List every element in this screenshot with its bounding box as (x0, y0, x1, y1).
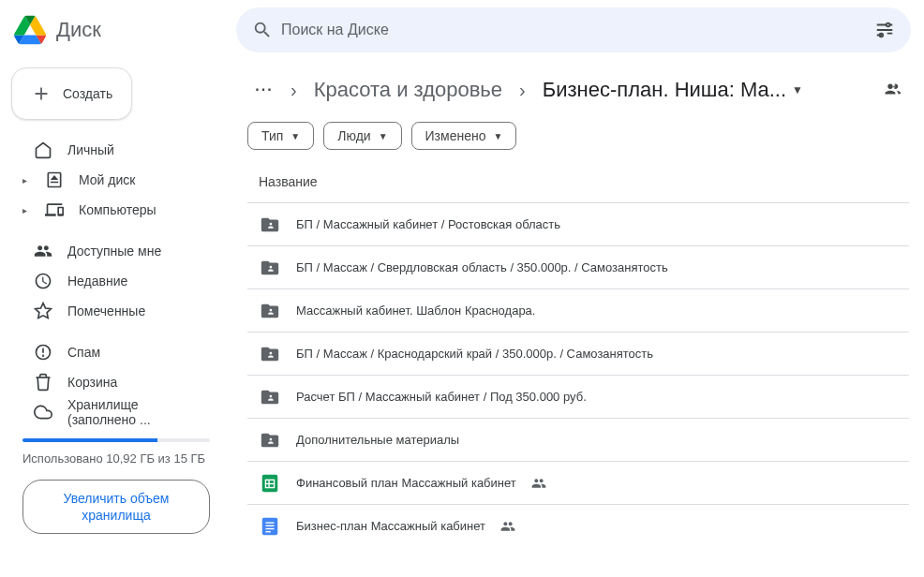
nav-storage[interactable]: Хранилище (заполнено ... (11, 397, 221, 427)
search-icon[interactable] (244, 11, 281, 49)
spam-icon (34, 343, 52, 362)
svg-point-1 (887, 23, 890, 27)
breadcrumb: ··· › Красота и здоровье › Бизнес-план. … (247, 67, 909, 112)
breadcrumb-overflow-button[interactable]: ··· (247, 73, 281, 107)
nav-label: Хранилище (заполнено ... (67, 397, 210, 427)
nav-label: Недавние (67, 274, 127, 288)
sidebar: Создать Личный ▸ Мой диск ▸ Компьютеры Д… (0, 60, 232, 577)
upgrade-storage-button[interactable]: Увеличить объем хранилища (22, 480, 210, 534)
drive-logo-icon (11, 11, 49, 49)
breadcrumb-current-label: Бизнес-план. Ниша: Ма... (543, 78, 786, 102)
search-input[interactable] (281, 22, 866, 38)
nav-personal[interactable]: Личный (11, 135, 221, 165)
filter-label: Изменено (425, 128, 486, 143)
svg-rect-13 (265, 527, 274, 528)
shared-badge-icon (500, 519, 515, 534)
nav-computers[interactable]: ▸ Компьютеры (11, 195, 221, 225)
filter-label: Люди (337, 128, 370, 143)
file-row[interactable]: Расчет БП / Массажный кабинет / Под 350.… (247, 375, 909, 418)
file-row[interactable]: БП / Массажный кабинет / Ростовская обла… (247, 202, 909, 245)
file-name: Бизнес-план Массажный кабинет (296, 519, 485, 533)
nav-label: Компьютеры (79, 202, 156, 217)
expand-arrow-icon[interactable]: ▸ (19, 205, 30, 215)
file-row[interactable]: Массажный кабинет. Шаблон Краснодара. (247, 288, 909, 332)
filter-people[interactable]: Люди ▼ (323, 122, 401, 150)
file-name: Расчет БП / Массажный кабинет / Под 350.… (296, 390, 587, 404)
filter-label: Тип (261, 128, 283, 143)
devices-icon (45, 200, 64, 219)
nav-label: Личный (67, 142, 114, 157)
nav-label: Корзина (67, 375, 117, 390)
folder-shared-icon (259, 300, 281, 322)
file-row[interactable]: Бизнес-план Массажный кабинет (247, 504, 909, 547)
caret-down-icon: ▼ (291, 131, 300, 141)
chevron-right-icon: › (514, 80, 531, 101)
svg-rect-12 (265, 525, 274, 525)
breadcrumb-current[interactable]: Бизнес-план. Ниша: Ма... ▼ (535, 74, 811, 106)
search-options-icon[interactable] (866, 11, 903, 49)
svg-rect-14 (265, 531, 271, 532)
storage-usage-text: Использовано 10,92 ГБ из 15 ГБ (19, 450, 214, 468)
nav-starred[interactable]: Помеченные (11, 296, 221, 326)
folder-shared-icon (259, 214, 281, 236)
file-name: Массажный кабинет. Шаблон Краснодара. (296, 303, 535, 318)
file-name: БП / Массаж / Свердловская область / 350… (296, 260, 668, 274)
trash-icon (34, 373, 52, 392)
nav-tertiary: Спам Корзина Хранилище (заполнено ... (11, 337, 221, 427)
nav-my-drive[interactable]: ▸ Мой диск (11, 165, 221, 195)
column-header-name[interactable]: Название (247, 167, 909, 202)
cloud-icon (34, 403, 52, 422)
nav-shared-with-me[interactable]: Доступные мне (11, 236, 221, 266)
file-name: БП / Массаж / Краснодарский край / 350.0… (296, 347, 653, 361)
file-row[interactable]: БП / Массаж / Краснодарский край / 350.0… (247, 332, 909, 375)
drive-icon (45, 170, 64, 189)
recent-icon (34, 272, 52, 290)
file-row[interactable]: БП / Массаж / Свердловская область / 350… (247, 245, 909, 288)
svg-marker-2 (36, 303, 52, 318)
nav-recent[interactable]: Недавние (11, 266, 221, 296)
expand-arrow-icon[interactable]: ▸ (19, 175, 30, 185)
shared-badge-icon (531, 476, 546, 491)
create-button-label: Создать (63, 86, 112, 101)
filter-type[interactable]: Тип ▼ (247, 122, 314, 150)
app-header: Диск (0, 0, 924, 60)
folder-shared-icon (259, 257, 281, 279)
logo-area: Диск (11, 11, 221, 49)
docs-icon (259, 515, 281, 538)
folder-shared-icon (259, 429, 281, 451)
sheets-icon (259, 472, 281, 495)
file-row[interactable]: Дополнительные материалы (247, 418, 909, 461)
folder-shared-icon (259, 343, 281, 365)
nav-primary: Личный ▸ Мой диск ▸ Компьютеры (11, 135, 221, 225)
nav-trash[interactable]: Корзина (11, 367, 221, 397)
shared-icon (34, 242, 52, 260)
storage-progress-fill (22, 438, 157, 442)
search-bar (236, 7, 911, 52)
product-name: Диск (56, 18, 101, 42)
file-name: БП / Массажный кабинет / Ростовская обла… (296, 217, 560, 231)
storage-progress-bar (22, 438, 210, 442)
nav-label: Мой диск (79, 172, 135, 187)
caret-down-icon: ▼ (379, 131, 388, 141)
folder-shared-icon (259, 386, 281, 408)
caret-down-icon: ▼ (493, 131, 502, 141)
nav-secondary: Доступные мне Недавние Помеченные (11, 236, 221, 326)
share-button[interactable] (872, 71, 909, 109)
filter-row: Тип ▼ Люди ▼ Изменено ▼ (247, 122, 909, 150)
file-name: Финансовый план Массажный кабинет (296, 476, 516, 490)
filter-modified[interactable]: Изменено ▼ (411, 122, 517, 150)
create-button[interactable]: Создать (11, 67, 132, 120)
nav-label: Помеченные (67, 303, 145, 318)
nav-label: Доступные мне (67, 244, 161, 259)
svg-rect-11 (265, 522, 274, 523)
file-name: Дополнительные материалы (296, 433, 459, 447)
nav-spam[interactable]: Спам (11, 337, 221, 367)
home-icon (34, 141, 52, 159)
breadcrumb-parent[interactable]: Красота и здоровье (306, 74, 510, 106)
file-row[interactable]: Финансовый план Массажный кабинет (247, 461, 909, 504)
file-list: БП / Массажный кабинет / Ростовская обла… (247, 202, 909, 547)
share-people-icon (880, 80, 901, 100)
main-content: ··· › Красота и здоровье › Бизнес-план. … (232, 60, 924, 577)
caret-down-icon: ▼ (792, 83, 803, 96)
storage-section: Использовано 10,92 ГБ из 15 ГБ Увеличить… (11, 431, 221, 534)
